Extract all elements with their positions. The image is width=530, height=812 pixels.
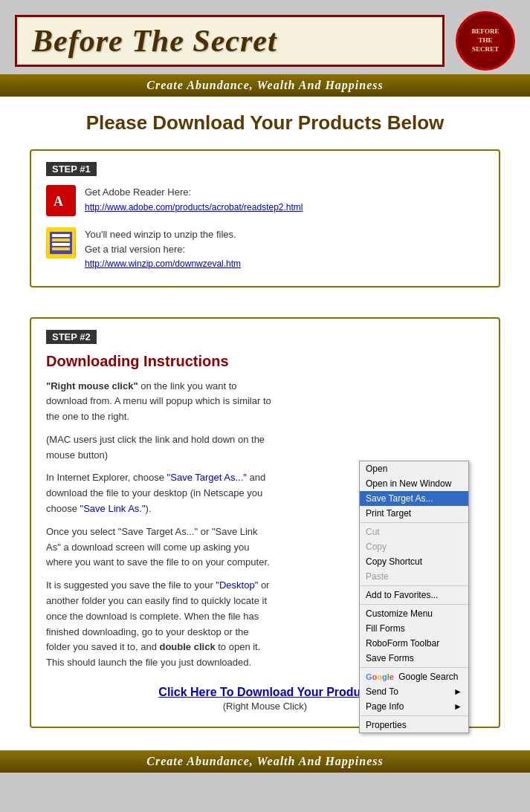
context-send-to[interactable]: Send To ► [360, 684, 468, 699]
winzip-icon [46, 227, 76, 259]
para1: "Right mouse click" on the link you want… [46, 379, 273, 425]
context-roboform-toolbar[interactable]: RoboForm Toolbar [360, 636, 468, 651]
separator-2 [360, 585, 468, 586]
svg-text:A: A [54, 194, 63, 209]
bottom-spacer [0, 773, 530, 787]
step2-label: STEP #2 [46, 330, 97, 344]
context-save-target-as[interactable]: Save Target As... [360, 491, 468, 506]
context-open[interactable]: Open [360, 461, 468, 476]
acrobat-icon: A [46, 185, 76, 216]
seal: BEFORETHESECRET [456, 11, 515, 71]
winzip-text: You'll need winzip to unzip the files. G… [85, 227, 241, 271]
context-properties[interactable]: Properties [360, 718, 468, 733]
send-to-arrow: ► [453, 686, 462, 697]
context-copy: Copy [360, 539, 468, 554]
send-to-label: Send To [366, 686, 398, 697]
para2: (MAC users just click the link and hold … [46, 432, 273, 464]
step2-box: STEP #2 Downloading Instructions "Right … [30, 317, 500, 729]
svg-rect-4 [52, 234, 70, 237]
para3: In Internet Explorer, choose "Save Targe… [46, 470, 273, 516]
separator-4 [360, 667, 468, 668]
context-paste: Paste [360, 569, 468, 584]
para4: Once you select "Save Target As..." or "… [46, 524, 273, 571]
footer-tagline: Create Abundance, Wealth And Happiness [0, 750, 530, 773]
save-target-as-text: "Save Target As..." [167, 472, 247, 483]
context-copy-shortcut[interactable]: Copy Shortcut [360, 554, 468, 569]
para5: It is suggested you save the file to you… [46, 578, 273, 671]
adobe-text: Get Adobe Reader Here: http://www.adobe.… [85, 185, 303, 214]
context-cut: Cut [360, 524, 468, 539]
svg-rect-5 [52, 238, 70, 241]
save-link-as-text: "Save Link As." [80, 503, 146, 514]
right-mouse-click-bold: "Right mouse click" [46, 380, 138, 392]
separator-1 [360, 522, 468, 523]
context-google-search[interactable]: Google Google Search [360, 669, 468, 684]
main-content: Please Download Your Products Below STEP… [0, 97, 530, 750]
seal-text: BEFORETHESECRET [471, 27, 499, 53]
adobe-link[interactable]: http://www.adobe.com/products/acrobat/re… [85, 202, 303, 212]
svg-rect-6 [52, 243, 70, 246]
double-click-bold: double click [159, 641, 215, 652]
header: Before The Secret BEFORETHESECRET [0, 0, 530, 71]
context-menu: Open Open in New Window Save Target As..… [359, 461, 469, 733]
gap [30, 302, 500, 317]
context-page-info[interactable]: Page Info ► [360, 699, 468, 714]
svg-rect-7 [52, 247, 70, 250]
logo-banner: Before The Secret [15, 15, 445, 67]
page-title: Please Download Your Products Below [30, 111, 500, 134]
context-save-forms[interactable]: Save Forms [360, 651, 468, 666]
page-info-label: Page Info [366, 701, 404, 712]
adobe-item: A Get Adobe Reader Here: http://www.adob… [46, 185, 484, 216]
step1-label: STEP #1 [46, 162, 97, 176]
separator-3 [360, 604, 468, 605]
winzip-link[interactable]: http://www.winzip.com/downwzeval.htm [85, 259, 241, 269]
google-icon: Google [366, 672, 394, 681]
context-open-new-window[interactable]: Open in New Window [360, 476, 468, 491]
separator-5 [360, 715, 468, 716]
winzip-item: You'll need winzip to unzip the files. G… [46, 227, 484, 271]
page-info-arrow: ► [453, 701, 462, 712]
logo-text: Before The Secret [32, 23, 427, 59]
context-fill-forms[interactable]: Fill Forms [360, 621, 468, 636]
desktop-text: "Desktop" [216, 579, 258, 591]
step1-box: STEP #1 A Get Adobe Reader Here: http://… [30, 149, 500, 288]
header-tagline: Create Abundance, Wealth And Happiness [0, 74, 530, 97]
context-add-favorites[interactable]: Add to Favorites... [360, 588, 468, 602]
context-print-target[interactable]: Print Target [360, 506, 468, 521]
step2-title: Downloading Instructions [46, 353, 484, 370]
context-customize-menu[interactable]: Customize Menu [360, 606, 468, 621]
